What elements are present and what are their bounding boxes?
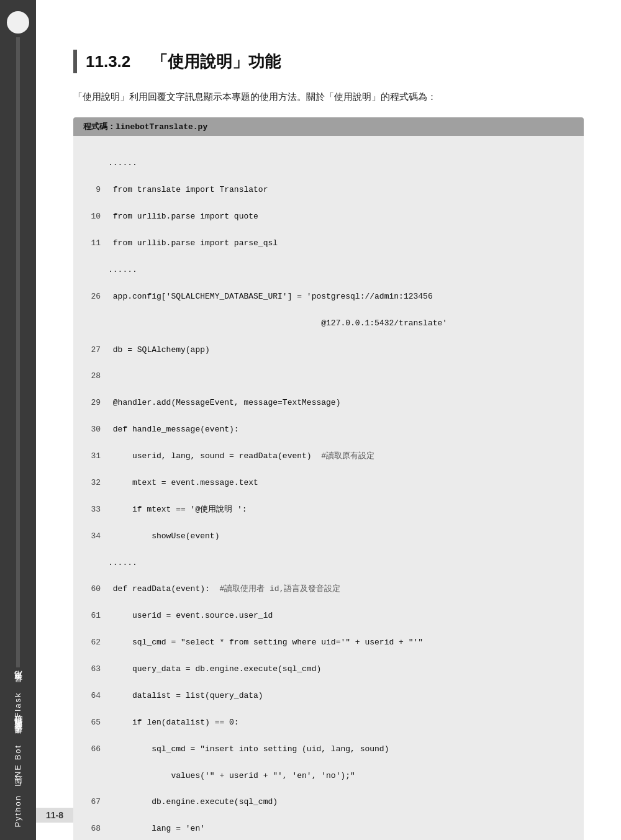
- spine-line: [16, 37, 20, 667]
- code-line: 31 userid, lang, sound = readData(event)…: [83, 449, 574, 463]
- code-line: ......: [83, 156, 574, 169]
- code-line: 34 showUse(event): [83, 530, 574, 543]
- spine-text: Python 與 LINE Bot 機器人全面實戰特訓班 - Flask 最強應…: [12, 671, 24, 840]
- code-line: 60 def readData(event): #讀取使用者 id,語言及發音設…: [83, 582, 574, 595]
- code-line: values('" + userid + "', 'en', 'no');": [83, 769, 574, 782]
- code-line: 11 from urllib.parse import parse_qsl: [83, 237, 574, 250]
- code-body: ...... 9 from translate import Translato…: [73, 136, 584, 840]
- section-title: 「使用說明」功能: [152, 52, 281, 71]
- code-line: 30 def handle_message(event):: [83, 423, 574, 436]
- code-line: 67 db.engine.execute(sql_cmd): [83, 795, 574, 808]
- code-line: 33 if mtext == '@使用說明 ':: [83, 503, 574, 516]
- code-line: 68 lang = 'en': [83, 822, 574, 835]
- section-heading: 11.3.2 「使用說明」功能: [73, 50, 584, 73]
- code-line: 27 db = SQLAlchemy(app): [83, 343, 574, 356]
- heading-bar: [73, 50, 77, 73]
- code-line: 9 from translate import Translator: [83, 183, 574, 196]
- section-number: 11.3.2: [86, 52, 130, 71]
- code-line: 26 app.config['SQLALCHEMY_DATABASE_URI']…: [83, 290, 574, 303]
- code-line: @127.0.0.1:5432/translate': [83, 317, 574, 330]
- code-line: 62 sql_cmd = "select * from setting wher…: [83, 636, 574, 649]
- heading-title: 11.3.2 「使用說明」功能: [86, 51, 281, 73]
- code-line: 10 from urllib.parse import quote: [83, 210, 574, 223]
- code-line: ......: [83, 556, 574, 569]
- code-line: 61 userid = event.source.user_id: [83, 609, 574, 622]
- code-line: 28: [83, 369, 574, 382]
- code-block: 程式碼：linebotTranslate.py ...... 9 from tr…: [73, 117, 584, 840]
- description-text: 「使用說明」利用回覆文字訊息顯示本專題的使用方法。關於「使用說明」的程式碼為：: [73, 88, 584, 105]
- code-line: 64 datalist = list(query_data): [83, 689, 574, 702]
- code-header-text: 程式碼：linebotTranslate.py: [83, 121, 207, 132]
- code-line: 65 if len(datalist) == 0:: [83, 716, 574, 729]
- code-header: 程式碼：linebotTranslate.py: [73, 117, 584, 136]
- spine-circle: [7, 11, 29, 34]
- book-spine: Python 與 LINE Bot 機器人全面實戰特訓班 - Flask 最強應…: [0, 0, 36, 840]
- code-line: 63 query_data = db.engine.execute(sql_cm…: [83, 662, 574, 675]
- code-line: 29 @handler.add(MessageEvent, message=Te…: [83, 396, 574, 409]
- page-number: 11-8: [36, 808, 73, 823]
- code-line: ......: [83, 263, 574, 276]
- code-line: 32 mtext = event.message.text: [83, 476, 574, 489]
- main-content: 11.3.2 「使用說明」功能 「使用說明」利用回覆文字訊息顯示本專題的使用方法…: [36, 0, 621, 840]
- code-line: 66 sql_cmd = "insert into setting (uid, …: [83, 743, 574, 756]
